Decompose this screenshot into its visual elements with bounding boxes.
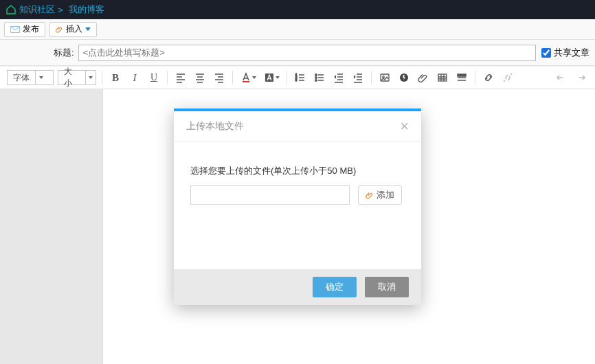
ok-button[interactable]: 确定 [313, 277, 357, 297]
upload-modal: 上传本地文件 × 选择您要上传的文件(单次上传小于50 MB) 添加 确定 取消 [174, 109, 421, 305]
close-icon[interactable]: × [400, 119, 409, 134]
modal-footer: 确定 取消 [174, 269, 421, 305]
modal-title: 上传本地文件 [186, 120, 244, 133]
modal-header: 上传本地文件 × [174, 111, 421, 141]
file-path-input[interactable] [190, 185, 350, 205]
add-file-button[interactable]: 添加 [358, 185, 402, 205]
modal-overlay: 上传本地文件 × 选择您要上传的文件(单次上传小于50 MB) 添加 确定 取消 [0, 0, 595, 364]
modal-body: 选择您要上传的文件(单次上传小于50 MB) 添加 [174, 141, 421, 269]
add-file-label: 添加 [377, 189, 394, 201]
attachment-icon [366, 191, 374, 199]
cancel-button[interactable]: 取消 [365, 277, 409, 297]
modal-description: 选择您要上传的文件(单次上传小于50 MB) [190, 165, 405, 177]
